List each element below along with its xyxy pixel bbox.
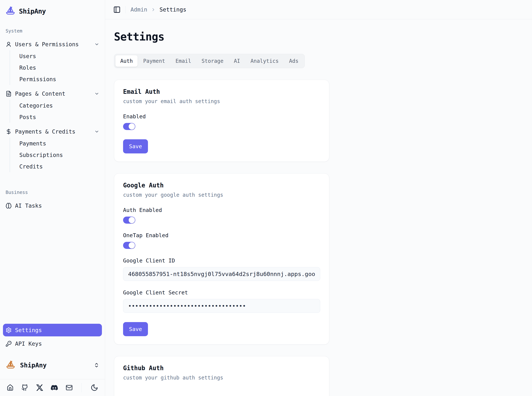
tab-payment[interactable]: Payment xyxy=(138,55,170,67)
sidebar-subitem-roles[interactable]: Roles xyxy=(10,62,102,73)
sidebar-item-ai-tasks[interactable]: AI Tasks xyxy=(3,200,102,211)
sidebar-subitem-categories[interactable]: Categories xyxy=(10,100,102,111)
sidebar-item-label: Users & Permissions xyxy=(15,41,79,47)
card-description: custom your github auth settings xyxy=(123,375,320,381)
sidebar-spacer xyxy=(3,211,102,324)
save-button[interactable]: Save xyxy=(123,139,148,153)
toggle-thumb xyxy=(129,242,135,249)
social-divider xyxy=(81,383,82,392)
tab-auth[interactable]: Auth xyxy=(115,55,137,67)
auth-enabled-label: Auth Enabled xyxy=(123,207,320,213)
sidebar-item-pages-content[interactable]: Pages & Content xyxy=(3,88,102,99)
moon-icon[interactable] xyxy=(91,384,98,392)
email-auth-enabled-toggle[interactable] xyxy=(123,123,135,130)
card-description: custom your google auth settings xyxy=(123,192,320,198)
sailboat-logo-icon xyxy=(5,6,16,16)
sidebar-section-business: Business xyxy=(6,190,102,195)
sidebar-subitem-payments[interactable]: Payments xyxy=(10,138,102,149)
dollar-sign-icon xyxy=(6,128,12,135)
file-text-icon xyxy=(6,91,12,97)
page-title: Settings xyxy=(114,30,523,43)
settings-tabs: Auth Payment Email Storage AI Analytics … xyxy=(114,54,305,68)
chevron-down-icon xyxy=(94,91,99,96)
toggle-thumb xyxy=(129,123,135,130)
card-description: custom your email auth settings xyxy=(123,98,320,104)
enabled-label: Enabled xyxy=(123,113,320,120)
page-content: Settings Auth Payment Email Storage AI A… xyxy=(105,19,532,396)
tab-ads[interactable]: Ads xyxy=(284,55,303,67)
topbar: Admin Settings xyxy=(105,0,532,19)
app-root: ShipAny System Users & Permissions Users… xyxy=(0,0,532,396)
social-links xyxy=(3,379,102,392)
sidebar-item-label: AI Tasks xyxy=(15,203,42,209)
toggle-thumb xyxy=(129,217,135,223)
sidebar-subitem-posts[interactable]: Posts xyxy=(10,111,102,123)
user-round-icon xyxy=(6,41,12,47)
key-icon xyxy=(6,341,12,347)
tab-storage[interactable]: Storage xyxy=(197,55,228,67)
card-title: Github Auth xyxy=(123,364,320,372)
breadcrumb-settings: Settings xyxy=(160,6,186,13)
google-client-id-label: Google Client ID xyxy=(123,257,320,264)
card-clipped-area xyxy=(123,390,320,396)
sidebar-section-system: System xyxy=(6,28,102,34)
save-button[interactable]: Save xyxy=(123,322,148,336)
chevrons-up-down-icon xyxy=(94,362,99,368)
sidebar-item-label: Pages & Content xyxy=(15,90,65,97)
tab-ai[interactable]: AI xyxy=(229,55,245,67)
github-auth-card: Github Auth custom your github auth sett… xyxy=(114,356,329,396)
app-title: ShipAny xyxy=(19,7,46,15)
brain-icon xyxy=(6,203,12,209)
chevron-down-icon xyxy=(94,129,99,134)
sidebar-item-settings[interactable]: Settings xyxy=(3,324,102,336)
discord-icon[interactable] xyxy=(51,384,58,391)
google-client-secret-input[interactable] xyxy=(123,299,320,313)
sidebar-item-label: Payments & Credits xyxy=(15,128,75,135)
mail-icon[interactable] xyxy=(66,384,73,391)
sidebar-toggle-button[interactable] xyxy=(113,6,121,13)
sidebar-subitem-subscriptions[interactable]: Subscriptions xyxy=(10,149,102,161)
card-title: Email Auth xyxy=(123,88,320,95)
brand: ShipAny xyxy=(3,5,102,17)
sidebar-item-label: Settings xyxy=(15,327,42,333)
gear-icon xyxy=(6,327,12,333)
google-auth-card: Google Auth custom your google auth sett… xyxy=(114,173,329,344)
breadcrumb: Admin Settings xyxy=(131,6,186,13)
sailboat-icon xyxy=(6,360,16,370)
sidebar-item-payments-credits[interactable]: Payments & Credits xyxy=(3,126,102,137)
google-onetap-enabled-toggle[interactable] xyxy=(123,242,135,249)
chevron-right-icon xyxy=(151,7,156,12)
google-auth-enabled-toggle[interactable] xyxy=(123,216,135,224)
tab-analytics[interactable]: Analytics xyxy=(246,55,283,67)
sidebar: ShipAny System Users & Permissions Users… xyxy=(0,0,105,396)
workspace-switcher[interactable]: ShipAny xyxy=(3,359,102,371)
submenu-payments-credits: Payments Subscriptions Credits xyxy=(10,138,102,172)
github-icon[interactable] xyxy=(21,384,28,391)
sidebar-subitem-permissions[interactable]: Permissions xyxy=(10,73,102,85)
sidebar-item-users-permissions[interactable]: Users & Permissions xyxy=(3,38,102,50)
sidebar-item-api-keys[interactable]: API Keys xyxy=(3,338,102,349)
workspace-name: ShipAny xyxy=(20,361,47,369)
submenu-users-permissions: Users Roles Permissions xyxy=(10,50,102,85)
breadcrumb-admin[interactable]: Admin xyxy=(131,6,147,13)
submenu-pages-content: Categories Posts xyxy=(10,100,102,123)
x-icon[interactable] xyxy=(36,384,43,391)
topbar-divider xyxy=(126,6,126,13)
card-title: Google Auth xyxy=(123,182,320,189)
panel-left-icon xyxy=(113,6,121,13)
google-client-id-input[interactable] xyxy=(123,267,320,281)
tab-email[interactable]: Email xyxy=(171,55,196,67)
onetap-enabled-label: OneTap Enabled xyxy=(123,232,320,239)
main-area: Admin Settings Settings Auth Payment Ema… xyxy=(105,0,532,396)
chevron-down-icon xyxy=(94,42,99,47)
email-auth-card: Email Auth custom your email auth settin… xyxy=(114,80,329,162)
home-icon[interactable] xyxy=(7,384,14,391)
sidebar-subitem-users[interactable]: Users xyxy=(10,50,102,62)
google-client-secret-label: Google Client Secret xyxy=(123,289,320,296)
sidebar-subitem-credits[interactable]: Credits xyxy=(10,161,102,172)
sidebar-item-label: API Keys xyxy=(15,340,42,347)
